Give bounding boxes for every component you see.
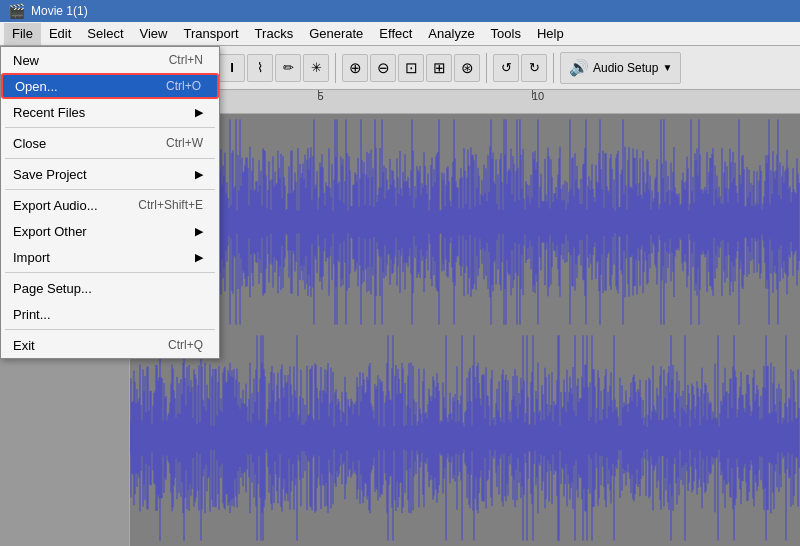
menu-view[interactable]: View: [132, 23, 176, 45]
menu-tools[interactable]: Tools: [483, 23, 529, 45]
menu-help[interactable]: Help: [529, 23, 572, 45]
zoom-sel-button[interactable]: ⊛: [454, 54, 480, 82]
title-bar: 🎬 Movie 1(1): [0, 0, 800, 22]
title-text: Movie 1(1): [31, 4, 88, 18]
menu-save-label: Save Project: [13, 167, 87, 182]
menu-export-shortcut: Ctrl+Shift+E: [138, 198, 203, 212]
audio-setup-arrow: ▼: [662, 62, 672, 73]
sep5: [5, 329, 215, 330]
multitool-button[interactable]: ✳: [303, 54, 329, 82]
export-other-arrow: ▶: [195, 225, 203, 238]
undo-button[interactable]: ↺: [493, 54, 519, 82]
menu-import-label: Import: [13, 250, 50, 265]
sep3: [5, 189, 215, 190]
ruler-tick-10: [532, 90, 533, 98]
zoom-out-button[interactable]: ⊖: [370, 54, 396, 82]
ruler-tick-5: [318, 90, 319, 98]
sep-undo: [553, 53, 554, 83]
ruler: 5 10: [130, 90, 800, 114]
sep-tools: [335, 53, 336, 83]
save-arrow: ▶: [195, 168, 203, 181]
menu-close-label: Close: [13, 136, 46, 151]
sep1: [5, 127, 215, 128]
menu-select[interactable]: Select: [79, 23, 131, 45]
menu-save-project[interactable]: Save Project ▶: [1, 161, 219, 187]
audio-setup-button[interactable]: 🔊 Audio Setup ▼: [560, 52, 681, 84]
menu-exit-shortcut: Ctrl+Q: [168, 338, 203, 352]
menu-file[interactable]: File: [4, 23, 41, 45]
fit-track-button[interactable]: ⊞: [426, 54, 452, 82]
audio-setup-label: Audio Setup: [593, 61, 658, 75]
timeline-area: 5 10: [130, 90, 800, 546]
menu-export-other-label: Export Other: [13, 224, 87, 239]
menu-exit[interactable]: Exit Ctrl+Q: [1, 332, 219, 358]
menu-tracks[interactable]: Tracks: [247, 23, 302, 45]
menu-exit-label: Exit: [13, 338, 35, 353]
redo-button[interactable]: ↻: [521, 54, 547, 82]
menu-new-shortcut: Ctrl+N: [169, 53, 203, 67]
menu-print[interactable]: Print...: [1, 301, 219, 327]
fit-project-button[interactable]: ⊡: [398, 54, 424, 82]
file-dropdown-menu: New Ctrl+N Open... Ctrl+O Recent Files ▶…: [0, 46, 220, 359]
menu-new-label: New: [13, 53, 39, 68]
menu-export-other[interactable]: Export Other ▶: [1, 218, 219, 244]
submenu-arrow: ▶: [195, 106, 203, 119]
menu-recent-label: Recent Files: [13, 105, 85, 120]
menu-print-label: Print...: [13, 307, 51, 322]
tracks-container: [130, 114, 800, 546]
waveform-track-2: [130, 330, 800, 546]
envelope-tool-button[interactable]: ⌇: [247, 54, 273, 82]
menu-page-setup-label: Page Setup...: [13, 281, 92, 296]
menu-analyze[interactable]: Analyze: [420, 23, 482, 45]
menu-export-audio-label: Export Audio...: [13, 198, 98, 213]
menu-close-shortcut: Ctrl+W: [166, 136, 203, 150]
menu-open-label: Open...: [15, 79, 58, 94]
sep2: [5, 158, 215, 159]
app-icon: 🎬: [8, 3, 25, 19]
menu-import[interactable]: Import ▶: [1, 244, 219, 270]
menu-edit[interactable]: Edit: [41, 23, 79, 45]
speaker-icon: 🔊: [569, 58, 589, 77]
sep4: [5, 272, 215, 273]
menu-recent-files[interactable]: Recent Files ▶: [1, 99, 219, 125]
waveform-track-1: [130, 114, 800, 330]
import-arrow: ▶: [195, 251, 203, 264]
menu-open-shortcut: Ctrl+O: [166, 79, 201, 93]
menu-page-setup[interactable]: Page Setup...: [1, 275, 219, 301]
menu-new[interactable]: New Ctrl+N: [1, 47, 219, 73]
menu-effect[interactable]: Effect: [371, 23, 420, 45]
zoom-in-button[interactable]: ⊕: [342, 54, 368, 82]
menu-open[interactable]: Open... Ctrl+O: [1, 73, 219, 99]
menu-bar: File Edit Select View Transport Tracks G…: [0, 22, 800, 46]
selection-tool-button[interactable]: I: [219, 54, 245, 82]
ruler-mark-10: 10: [532, 90, 544, 102]
ruler-marks: 5 10: [130, 90, 800, 113]
menu-export-audio[interactable]: Export Audio... Ctrl+Shift+E: [1, 192, 219, 218]
menu-transport[interactable]: Transport: [175, 23, 246, 45]
menu-generate[interactable]: Generate: [301, 23, 371, 45]
draw-tool-button[interactable]: ✏: [275, 54, 301, 82]
sep-zoom: [486, 53, 487, 83]
menu-close[interactable]: Close Ctrl+W: [1, 130, 219, 156]
